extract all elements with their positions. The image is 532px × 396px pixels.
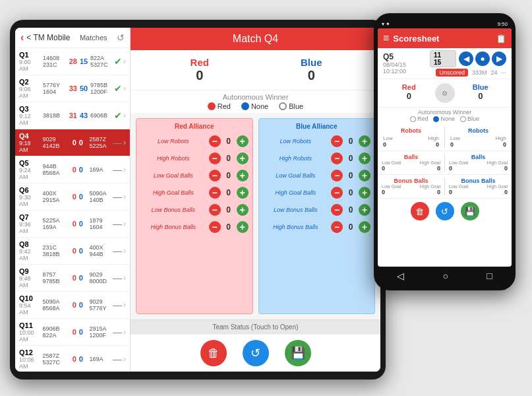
red-high-bonus-minus[interactable]: − bbox=[209, 221, 221, 233]
sync-button[interactable]: ↺ bbox=[243, 340, 269, 366]
radio-blue-dot bbox=[279, 102, 287, 110]
phone-score-top: 11 15 ◀ ● ▶ bbox=[430, 50, 506, 67]
red-high-robots-plus[interactable]: + bbox=[237, 152, 249, 164]
delete-button[interactable]: 🗑 bbox=[200, 340, 227, 366]
red-low-robots-minus[interactable]: − bbox=[209, 135, 221, 147]
blue-high-robots-plus[interactable]: + bbox=[359, 152, 370, 164]
sidebar-match-row[interactable]: Q2 9:06 AM 5776Y 1604 33 50 9785B 1200F … bbox=[15, 75, 130, 102]
red-low-bonus-plus[interactable]: + bbox=[237, 204, 249, 216]
red-high-goal-minus[interactable]: − bbox=[209, 187, 221, 199]
red-low-bonus-minus[interactable]: − bbox=[209, 204, 221, 216]
phone-delete-button[interactable]: 🗑 bbox=[411, 202, 429, 220]
sidebar-match-row[interactable]: Q9 9:48 AM 8757 9785B 0 0 9029 8000D — › bbox=[15, 265, 130, 292]
sidebar-match-row[interactable]: Q3 9:12 AM 3818B 31 43 6906B ✔ › bbox=[15, 102, 130, 129]
phone-blue-robots: Robots Low High 0 0 bbox=[448, 126, 509, 148]
sidebar-match-row[interactable]: Q11 10:00 AM 6906B 822A 0 0 2915A 1200F … bbox=[15, 319, 130, 346]
team-status-bar[interactable]: Team Status (Touch to Open) bbox=[131, 319, 380, 334]
phone-radio-none[interactable]: None bbox=[433, 116, 455, 122]
phone-ok-btn[interactable]: ● bbox=[475, 51, 490, 66]
match-teams: 8757 9785B bbox=[43, 271, 67, 284]
phone-red-low-goal-val: 0 bbox=[382, 165, 385, 172]
blue-high-goal-minus[interactable]: − bbox=[331, 187, 343, 199]
blue-high-goal-plus[interactable]: + bbox=[359, 187, 370, 199]
chevron-right-icon: › bbox=[123, 192, 126, 201]
red-low-goal-minus[interactable]: − bbox=[209, 170, 221, 182]
match-status: — › bbox=[113, 300, 126, 310]
red-low-goal-label: Low Goal Balls bbox=[140, 172, 206, 179]
red-high-robots-row: High Robots − 0 + bbox=[140, 152, 249, 164]
match-teams: 944B 8568A bbox=[43, 163, 67, 176]
chevron-right-icon: › bbox=[123, 327, 126, 337]
phone-back-icon[interactable]: ◁ bbox=[397, 271, 404, 281]
sidebar-match-row[interactable]: Q7 9:36 AM 5225A 169A 0 0 1879 1604 — › bbox=[15, 211, 130, 238]
phone-red-goals-row: Low Goal High Goal bbox=[380, 160, 442, 165]
match-time: 9:12 AM bbox=[19, 113, 40, 126]
phone-nav-bar: ≡ Scoresheet 📋 bbox=[378, 28, 512, 48]
phone-score2: 15 bbox=[434, 59, 441, 66]
phone-score-bottom: Unscored 333M 24 ··· bbox=[436, 69, 506, 77]
save-button[interactable]: 💾 bbox=[285, 340, 311, 366]
phone-sync-button[interactable]: ↺ bbox=[436, 202, 454, 220]
red-high-bonus-plus[interactable]: + bbox=[237, 221, 249, 233]
phone-next-btn[interactable]: ▶ bbox=[492, 51, 506, 66]
radio-blue[interactable]: Blue bbox=[279, 102, 303, 110]
phone-save-button[interactable]: 💾 bbox=[461, 202, 479, 220]
phone-prev-btn[interactable]: ◀ bbox=[459, 51, 473, 66]
chevron-right-icon: › bbox=[123, 138, 126, 147]
radio-none-dot bbox=[241, 102, 249, 110]
sidebar-title-group: < TM Mobile bbox=[26, 33, 70, 42]
blue-high-bonus-minus[interactable]: − bbox=[331, 221, 343, 233]
phone-match-date: 08/04/15 10:12:00 bbox=[383, 61, 430, 75]
red-high-robots-minus[interactable]: − bbox=[209, 152, 221, 164]
phone-home-icon[interactable]: ○ bbox=[443, 271, 448, 281]
sidebar-match-row[interactable]: Q6 9:30 AM 400X 2915A 0 0 5090A 140B — › bbox=[15, 183, 130, 211]
blue-low-robots-plus[interactable]: + bbox=[359, 135, 370, 147]
sidebar-match-row[interactable]: Q12 10:06 AM 2587Z 5327C 0 0 169A — › bbox=[15, 346, 130, 372]
sidebar-match-row[interactable]: Q4 9:18 AM 9029 4142B 0 0 2587Z 5225A — … bbox=[15, 129, 130, 156]
phone-radio-red[interactable]: Red bbox=[410, 116, 429, 122]
match-scores: 0 0 bbox=[66, 301, 90, 309]
blue-high-goal-value: 0 bbox=[345, 188, 356, 197]
phone-calendar-icon[interactable]: 📋 bbox=[496, 34, 506, 44]
blue-low-bonus-plus[interactable]: + bbox=[359, 204, 370, 216]
blue-low-bonus-minus[interactable]: − bbox=[331, 204, 343, 216]
red-high-goal-value: 0 bbox=[223, 188, 234, 197]
sidebar-match-row[interactable]: Q5 9:24 AM 944B 8568A 0 0 169A — › bbox=[15, 156, 130, 183]
match-status: ✔ › bbox=[114, 83, 126, 94]
phone: ▾ ✦ 9:50 ≡ Scoresheet 📋 Q5 08/04/15 10:1… bbox=[374, 13, 516, 290]
red-high-robots-value: 0 bbox=[223, 154, 234, 163]
phone-menu-icon[interactable]: ≡ bbox=[383, 32, 389, 44]
match-id: Q1 bbox=[19, 51, 40, 59]
red-high-goal-plus[interactable]: + bbox=[237, 187, 249, 199]
match-id: Q2 bbox=[19, 78, 40, 86]
phone-red-robots-high-label: High bbox=[429, 135, 439, 141]
match-id: Q11 bbox=[19, 321, 40, 329]
autonomous-winner-section: Autonomous Winner Red None Blue bbox=[131, 90, 380, 113]
sidebar-match-row[interactable]: Q1 9:00 AM 14608 231C 28 15 822A 5327C ✔… bbox=[15, 48, 130, 75]
radio-none[interactable]: None bbox=[241, 102, 268, 110]
sidebar-match-row[interactable]: Q10 9:54 AM 5090A 8568A 0 0 9029 5776Y —… bbox=[15, 292, 130, 319]
refresh-icon[interactable]: ↺ bbox=[117, 32, 125, 43]
chevron-right-icon: › bbox=[123, 57, 126, 66]
blue-low-robots-minus[interactable]: − bbox=[331, 135, 343, 147]
blue-high-robots-minus[interactable]: − bbox=[331, 152, 343, 164]
phone-recent-icon[interactable]: □ bbox=[487, 271, 492, 281]
phone-alliance-header: Red 0 ⚙ Blue 0 bbox=[378, 79, 512, 108]
back-arrow-icon[interactable]: ‹ bbox=[20, 32, 24, 44]
match-time: 9:24 AM bbox=[19, 167, 40, 180]
phone-red-robots-low: 0 bbox=[383, 141, 386, 148]
blue-low-goal-value: 0 bbox=[345, 171, 356, 180]
blue-low-goal-minus[interactable]: − bbox=[331, 170, 343, 182]
red-low-goal-plus[interactable]: + bbox=[237, 170, 249, 182]
radio-red[interactable]: Red bbox=[208, 102, 231, 110]
sidebar-match-row[interactable]: Q8 9:42 AM 231C 3818B 0 0 400X 944B — › bbox=[15, 238, 130, 265]
chevron-right-icon: › bbox=[123, 300, 126, 310]
match-time: 9:54 AM bbox=[19, 302, 40, 315]
blue-low-goal-plus[interactable]: + bbox=[359, 170, 370, 182]
check-icon: ✔ bbox=[114, 56, 122, 67]
blue-high-bonus-plus[interactable]: + bbox=[359, 221, 370, 233]
phone-android-bar: ◁ ○ □ bbox=[378, 267, 512, 281]
phone-radio-blue[interactable]: Blue bbox=[460, 116, 479, 122]
match-status: — › bbox=[113, 273, 126, 283]
red-low-robots-plus[interactable]: + bbox=[237, 135, 249, 147]
